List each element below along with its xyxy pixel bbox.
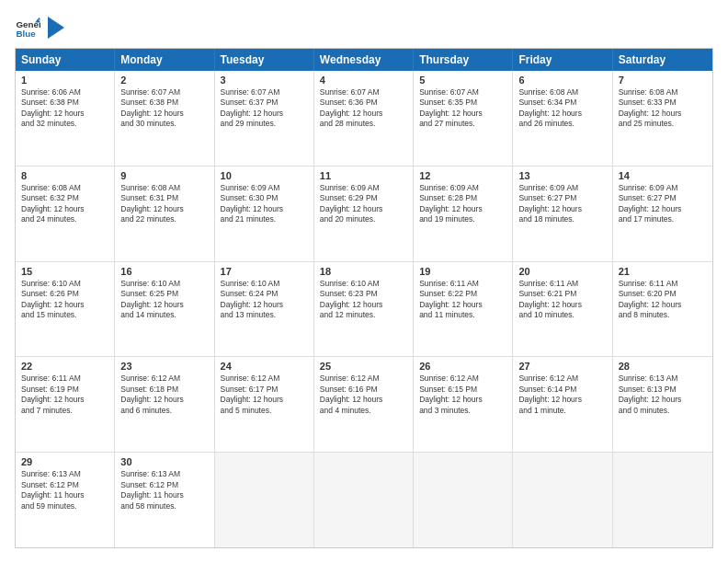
header-sunday: Sunday (16, 49, 115, 71)
header-tuesday: Tuesday (215, 49, 314, 71)
header-friday: Friday (513, 49, 612, 71)
page: General Blue Sunday Monday Tuesday Wedne… (0, 0, 728, 563)
cal-cell-26: 26Sunrise: 6:12 AMSunset: 6:15 PMDayligh… (414, 357, 513, 452)
cal-cell-6: 6Sunrise: 6:08 AMSunset: 6:34 PMDaylight… (513, 71, 612, 166)
cal-cell-28: 28Sunrise: 6:13 AMSunset: 6:13 PMDayligh… (613, 357, 712, 452)
cal-cell-17: 17Sunrise: 6:10 AMSunset: 6:24 PMDayligh… (215, 262, 314, 357)
cal-cell-5: 5Sunrise: 6:07 AMSunset: 6:35 PMDaylight… (414, 71, 513, 166)
calendar-body: 1Sunrise: 6:06 AMSunset: 6:38 PMDaylight… (16, 71, 712, 547)
cal-cell-18: 18Sunrise: 6:10 AMSunset: 6:23 PMDayligh… (314, 262, 414, 357)
calendar-row-0: 1Sunrise: 6:06 AMSunset: 6:38 PMDaylight… (16, 71, 712, 166)
cal-cell-3: 3Sunrise: 6:07 AMSunset: 6:37 PMDaylight… (215, 71, 314, 166)
cal-cell-13: 13Sunrise: 6:09 AMSunset: 6:27 PMDayligh… (513, 167, 612, 261)
cal-cell-2: 2Sunrise: 6:07 AMSunset: 6:38 PMDaylight… (115, 71, 214, 166)
cal-cell-23: 23Sunrise: 6:12 AMSunset: 6:18 PMDayligh… (115, 357, 214, 452)
cal-cell-7: 7Sunrise: 6:08 AMSunset: 6:33 PMDaylight… (613, 71, 712, 166)
cal-cell-empty-4-2 (215, 453, 314, 547)
cal-cell-22: 22Sunrise: 6:11 AMSunset: 6:19 PMDayligh… (16, 357, 115, 452)
cal-cell-empty-4-6 (613, 453, 712, 547)
cal-cell-4: 4Sunrise: 6:07 AMSunset: 6:36 PMDaylight… (314, 71, 414, 166)
cal-cell-15: 15Sunrise: 6:10 AMSunset: 6:26 PMDayligh… (16, 262, 115, 357)
logo: General Blue (15, 15, 64, 40)
cal-cell-empty-4-5 (513, 453, 612, 547)
cal-cell-24: 24Sunrise: 6:12 AMSunset: 6:17 PMDayligh… (215, 357, 314, 452)
logo-arrow-icon (48, 17, 64, 39)
calendar-row-3: 22Sunrise: 6:11 AMSunset: 6:19 PMDayligh… (16, 356, 712, 452)
cal-cell-30: 30Sunrise: 6:13 AMSunset: 6:12 PMDayligh… (115, 453, 214, 547)
header-saturday: Saturday (613, 49, 712, 71)
cal-cell-1: 1Sunrise: 6:06 AMSunset: 6:38 PMDaylight… (16, 71, 115, 166)
calendar-row-2: 15Sunrise: 6:10 AMSunset: 6:26 PMDayligh… (16, 261, 712, 357)
calendar-row-1: 8Sunrise: 6:08 AMSunset: 6:32 PMDaylight… (16, 166, 712, 261)
cal-cell-14: 14Sunrise: 6:09 AMSunset: 6:27 PMDayligh… (613, 167, 712, 261)
header-wednesday: Wednesday (314, 49, 414, 71)
cal-cell-11: 11Sunrise: 6:09 AMSunset: 6:29 PMDayligh… (314, 167, 414, 261)
cal-cell-10: 10Sunrise: 6:09 AMSunset: 6:30 PMDayligh… (215, 167, 314, 261)
header-thursday: Thursday (414, 49, 513, 71)
cal-cell-8: 8Sunrise: 6:08 AMSunset: 6:32 PMDaylight… (16, 167, 115, 261)
cal-cell-empty-4-4 (414, 453, 513, 547)
cal-cell-29: 29Sunrise: 6:13 AMSunset: 6:12 PMDayligh… (16, 453, 115, 547)
cal-cell-25: 25Sunrise: 6:12 AMSunset: 6:16 PMDayligh… (314, 357, 414, 452)
cal-cell-16: 16Sunrise: 6:10 AMSunset: 6:25 PMDayligh… (115, 262, 214, 357)
header-monday: Monday (115, 49, 214, 71)
header: General Blue (15, 15, 713, 40)
cal-cell-20: 20Sunrise: 6:11 AMSunset: 6:21 PMDayligh… (513, 262, 612, 357)
cal-cell-21: 21Sunrise: 6:11 AMSunset: 6:20 PMDayligh… (613, 262, 712, 357)
cal-cell-19: 19Sunrise: 6:11 AMSunset: 6:22 PMDayligh… (414, 262, 513, 357)
cal-cell-empty-4-3 (314, 453, 414, 547)
svg-marker-4 (48, 17, 64, 39)
cal-cell-9: 9Sunrise: 6:08 AMSunset: 6:31 PMDaylight… (115, 167, 214, 261)
calendar-row-4: 29Sunrise: 6:13 AMSunset: 6:12 PMDayligh… (16, 452, 712, 547)
calendar-header: Sunday Monday Tuesday Wednesday Thursday… (16, 49, 712, 71)
cal-cell-27: 27Sunrise: 6:12 AMSunset: 6:14 PMDayligh… (513, 357, 612, 452)
svg-text:Blue: Blue (16, 29, 36, 39)
logo-icon: General Blue (15, 15, 40, 40)
cal-cell-12: 12Sunrise: 6:09 AMSunset: 6:28 PMDayligh… (414, 167, 513, 261)
calendar: Sunday Monday Tuesday Wednesday Thursday… (15, 48, 713, 548)
